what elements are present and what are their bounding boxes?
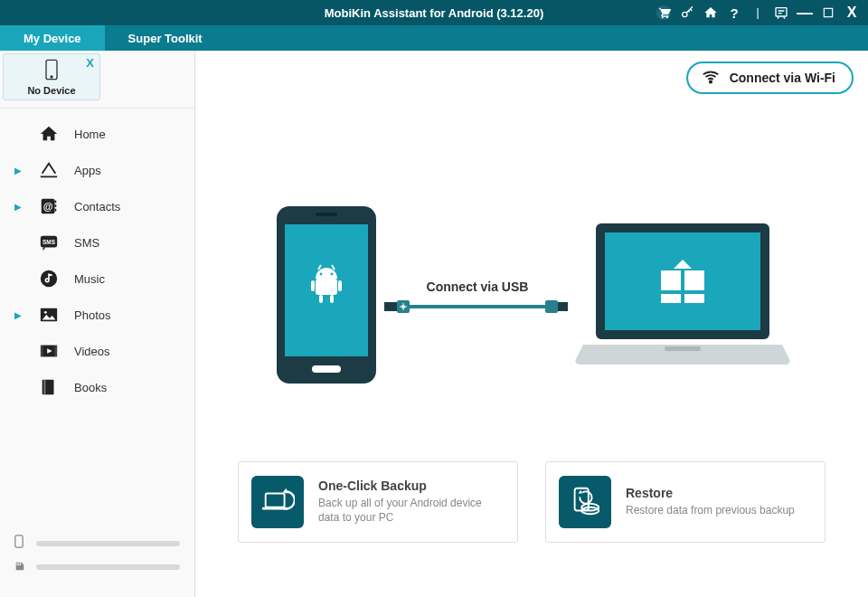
svg-point-1 (666, 16, 668, 18)
maximize-icon[interactable] (821, 5, 835, 20)
svg-rect-44 (558, 302, 568, 311)
sidebar-item-home[interactable]: Home (0, 116, 194, 152)
svg-rect-33 (338, 280, 342, 291)
svg-rect-50 (684, 270, 704, 290)
photos-icon (38, 304, 60, 326)
restore-desc: Restore data from previous backup (626, 504, 795, 518)
titlebar: MobiKin Assistant for Android (3.12.20) … (0, 0, 868, 25)
expand-icon[interactable]: ▶ (14, 310, 24, 320)
connect-wifi-button[interactable]: Connect via Wi-Fi (686, 62, 854, 94)
svg-point-38 (320, 273, 323, 276)
svg-rect-22 (15, 535, 23, 547)
minimize-icon[interactable]: — (797, 5, 812, 20)
svg-rect-4 (824, 8, 832, 16)
sms-icon: SMS (38, 232, 60, 253)
storage-bar (36, 541, 180, 546)
phone-icon (44, 59, 59, 84)
books-icon (38, 376, 60, 398)
svg-rect-32 (311, 280, 315, 291)
restore-title: Restore (626, 486, 795, 500)
sidebar-item-label: Music (74, 272, 105, 286)
svg-rect-40 (384, 302, 397, 311)
svg-point-26 (709, 81, 711, 82)
contacts-icon: @ (38, 195, 60, 217)
storage-bar (36, 564, 180, 570)
svg-rect-9 (54, 201, 56, 204)
help-icon[interactable]: ? (727, 5, 741, 20)
tab-super-toolkit[interactable]: Super Toolkit (105, 25, 226, 51)
svg-rect-29 (312, 365, 341, 373)
videos-icon (38, 340, 60, 362)
feedback-icon[interactable] (774, 5, 788, 20)
storage-internal (14, 535, 180, 552)
expand-icon[interactable]: ▶ (14, 166, 24, 175)
svg-rect-49 (661, 270, 681, 290)
svg-rect-21 (44, 380, 46, 395)
svg-rect-18 (41, 346, 43, 357)
backup-icon (251, 476, 304, 528)
expand-icon[interactable]: ▶ (14, 202, 24, 212)
sidebar-item-label: SMS (74, 236, 99, 250)
svg-rect-51 (661, 294, 681, 303)
usb-plug-right-icon (545, 299, 571, 314)
music-icon (38, 268, 60, 289)
svg-point-39 (331, 273, 334, 276)
titlebar-controls: ? | — X (656, 5, 868, 20)
svg-text:SMS: SMS (42, 239, 56, 245)
sidebar-item-sms[interactable]: SMS SMS (0, 224, 194, 261)
sidebar-item-label: Contacts (74, 200, 120, 213)
cart-icon[interactable] (656, 5, 671, 20)
close-icon[interactable]: X (844, 5, 859, 20)
restore-icon (559, 476, 611, 528)
sidebar-item-videos[interactable]: Videos (0, 333, 194, 369)
device-close-icon[interactable]: X (86, 56, 94, 70)
sidebar-item-contacts[interactable]: ▶ @ Contacts (0, 188, 194, 224)
sidebar-item-books[interactable]: Books (0, 369, 194, 405)
divider: | (750, 5, 765, 20)
action-cards: One-Click Backup Back up all of your And… (195, 461, 868, 543)
svg-rect-43 (545, 300, 558, 313)
svg-rect-10 (54, 204, 56, 207)
backup-card[interactable]: One-Click Backup Back up all of your And… (238, 461, 518, 543)
svg-rect-24 (18, 564, 19, 566)
sidebar: X No Device Home ▶ Apps ▶ (0, 51, 195, 597)
restore-card[interactable]: Restore Restore data from previous backu… (545, 461, 826, 543)
backup-desc: Back up all of your Android device data … (318, 497, 505, 525)
sidebar-item-label: Videos (74, 345, 110, 358)
tabbar: My Device Super Toolkit (0, 25, 868, 51)
wifi-button-label: Connect via Wi-Fi (730, 71, 835, 85)
sidebar-item-label: Home (74, 128, 106, 141)
svg-rect-25 (20, 564, 21, 566)
svg-rect-35 (330, 295, 334, 303)
nav: Home ▶ Apps ▶ @ Contacts SMS (0, 108, 194, 405)
svg-rect-45 (568, 303, 571, 310)
svg-rect-47 (605, 232, 760, 330)
svg-rect-19 (54, 346, 57, 357)
svg-text:@: @ (43, 201, 53, 212)
svg-rect-34 (319, 295, 323, 303)
tab-my-device[interactable]: My Device (0, 25, 105, 51)
svg-rect-3 (776, 8, 787, 16)
apps-icon (38, 159, 60, 181)
sidebar-item-apps[interactable]: ▶ Apps (0, 152, 194, 188)
wifi-icon (701, 67, 721, 90)
svg-point-42 (401, 305, 405, 308)
usb-cable: Connect via USB (384, 280, 571, 314)
illustration: Connect via USB (195, 204, 868, 389)
svg-rect-23 (17, 564, 18, 566)
device-storage-icon (14, 535, 27, 552)
sidebar-item-photos[interactable]: ▶ Photos (0, 297, 194, 333)
laptop-illustration (574, 218, 791, 375)
storage-meters (0, 526, 194, 597)
svg-point-16 (44, 311, 47, 314)
connect-usb-label: Connect via USB (427, 280, 529, 294)
svg-rect-53 (266, 494, 285, 507)
sd-card-icon (14, 559, 27, 575)
key-icon[interactable] (680, 5, 694, 20)
svg-rect-11 (54, 209, 56, 212)
device-chip[interactable]: X No Device (3, 53, 100, 100)
sidebar-item-music[interactable]: Music (0, 261, 194, 297)
svg-point-0 (662, 16, 664, 18)
home-icon[interactable] (703, 5, 718, 20)
sidebar-item-label: Books (74, 381, 107, 394)
